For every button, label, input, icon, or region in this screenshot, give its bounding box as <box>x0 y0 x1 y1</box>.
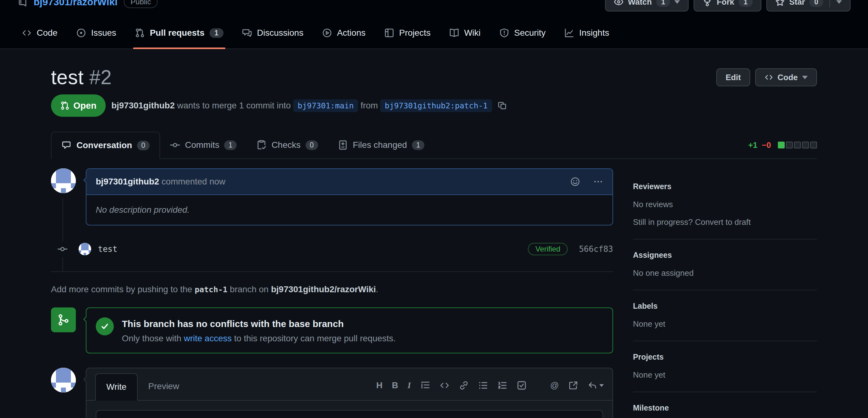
link-icon[interactable] <box>459 380 469 390</box>
push-hint-text: Add more commits by pushing to the <box>51 284 195 294</box>
bold-icon[interactable]: B <box>392 380 398 390</box>
nav-item-actions[interactable]: Actions <box>313 18 375 48</box>
nav-item-wiki[interactable]: Wiki <box>440 18 490 48</box>
saved-replies-button[interactable] <box>588 380 604 390</box>
chevron-down-icon <box>802 76 808 79</box>
edit-button[interactable]: Edit <box>716 68 750 86</box>
tab-count: 0 <box>137 141 150 150</box>
tab-preview[interactable]: Preview <box>138 373 190 400</box>
head-ref-label[interactable]: bj97301github2:patch-1 <box>380 99 492 112</box>
task-list-icon[interactable] <box>517 380 527 390</box>
sidebar-section-labels[interactable]: Labels None yet <box>633 302 817 341</box>
nav-item-projects[interactable]: Projects <box>375 18 440 48</box>
nav-label: Wiki <box>464 28 480 38</box>
pull-request-icon <box>60 101 70 110</box>
sidebar-section-reviewers[interactable]: Reviewers No reviews Still in progress? … <box>633 182 817 239</box>
nav-item-discussions[interactable]: Discussions <box>233 18 313 48</box>
tab-label: Checks <box>271 140 300 150</box>
code-icon[interactable] <box>440 380 450 390</box>
issue-opened-icon <box>76 28 86 38</box>
watch-button[interactable]: Watch 1 <box>605 0 689 11</box>
mention-icon[interactable]: @ <box>550 380 559 390</box>
chevron-down-icon <box>836 0 842 4</box>
comment-author-link[interactable]: bj97301github2 <box>96 177 159 186</box>
push-hint-text: branch on <box>227 284 271 294</box>
reviewers-hint: Still in progress? <box>633 217 695 227</box>
kebab-menu-icon[interactable] <box>593 177 603 187</box>
star-icon <box>775 0 785 7</box>
merge-sub-text: Only those with <box>122 334 184 343</box>
play-icon <box>322 28 332 38</box>
numbered-list-icon[interactable] <box>497 380 507 390</box>
deletions-count: −0 <box>762 140 771 150</box>
sidebar-section-assignees[interactable]: Assignees No one assigned <box>633 251 817 290</box>
convert-to-draft-link[interactable]: Convert to draft <box>695 217 750 227</box>
watch-count: 1 <box>656 0 670 7</box>
tab-conversation[interactable]: Conversation 0 <box>51 132 160 159</box>
pull-request-icon <box>135 28 145 38</box>
comment-input[interactable] <box>96 410 603 418</box>
comment-header: bj97301github2 commented now <box>86 169 613 195</box>
nav-item-insights[interactable]: Insights <box>555 18 619 48</box>
base-ref-label[interactable]: bj97301:main <box>293 99 358 112</box>
nav-label: Code <box>37 28 58 38</box>
nav-item-security[interactable]: Security <box>490 18 555 48</box>
verified-badge[interactable]: Verified <box>528 243 568 255</box>
tab-label: Conversation <box>76 140 132 150</box>
merge-status-box: This branch has no conflicts with the ba… <box>86 308 613 353</box>
state-label: Open <box>73 101 96 111</box>
divider <box>830 0 830 7</box>
section-value: None yet <box>633 319 817 329</box>
italic-icon[interactable]: I <box>408 380 411 390</box>
smiley-icon[interactable] <box>570 177 580 187</box>
pr-header: test #2 Edit Code <box>51 66 817 89</box>
edit-label: Edit <box>725 73 741 82</box>
code-icon <box>22 28 32 38</box>
nav-item-code[interactable]: Code <box>12 18 67 48</box>
quote-icon[interactable] <box>420 380 430 390</box>
book-icon <box>449 28 459 38</box>
discussions-icon <box>242 28 252 38</box>
tab-checks[interactable]: Checks 0 <box>247 132 328 159</box>
commit-sha-link[interactable]: 566cf83 <box>579 244 613 254</box>
nav-label: Actions <box>337 28 366 38</box>
comment-body: No description provided. <box>86 195 613 225</box>
bullet-list-icon[interactable] <box>478 380 488 390</box>
visibility-badge: Public <box>124 0 158 8</box>
chevron-down-icon <box>599 384 604 387</box>
commit-author-avatar[interactable] <box>79 243 91 255</box>
chevron-down-icon <box>674 0 680 4</box>
tab-commits[interactable]: Commits 1 <box>160 132 247 159</box>
repo-nav: Code Issues Pull requests 1 Discussions … <box>0 18 868 49</box>
cross-reference-icon[interactable] <box>568 380 578 390</box>
nav-item-pull-requests[interactable]: Pull requests 1 <box>126 18 233 48</box>
nav-item-issues[interactable]: Issues <box>67 18 126 48</box>
current-user-avatar[interactable] <box>51 368 76 392</box>
merge-status-section: This branch has no conflicts with the ba… <box>51 308 613 353</box>
commit-message-link[interactable]: test <box>98 244 118 254</box>
pr-title: test #2 <box>51 66 112 89</box>
star-count: 0 <box>809 0 823 7</box>
repo-icon <box>18 0 27 7</box>
nav-label: Issues <box>91 28 116 38</box>
code-label: Code <box>778 73 798 82</box>
repo-name-link[interactable]: bj97301/razorWiki <box>34 0 118 8</box>
graph-icon <box>564 28 574 38</box>
section-title: Milestone <box>633 404 817 412</box>
write-access-link[interactable]: write access <box>184 334 231 343</box>
heading-icon[interactable]: H <box>376 380 382 390</box>
tab-files-changed[interactable]: Files changed 1 <box>328 132 434 159</box>
sidebar-section-milestone[interactable]: Milestone No milestone <box>633 404 817 418</box>
commit-icon <box>170 140 180 150</box>
code-button[interactable]: Code <box>755 68 817 86</box>
push-hint-text: . <box>376 284 378 294</box>
pr-author-link[interactable]: bj97301github2 <box>111 101 175 110</box>
avatar[interactable] <box>51 168 76 193</box>
diff-block-added <box>778 142 785 148</box>
copy-icon[interactable] <box>498 101 507 110</box>
nav-label: Pull requests <box>150 28 205 38</box>
tab-write[interactable]: Write <box>95 373 138 400</box>
star-button[interactable]: Star 0 <box>766 0 850 11</box>
sidebar-section-projects[interactable]: Projects None yet <box>633 352 817 392</box>
fork-button[interactable]: Fork 1 <box>693 0 761 11</box>
